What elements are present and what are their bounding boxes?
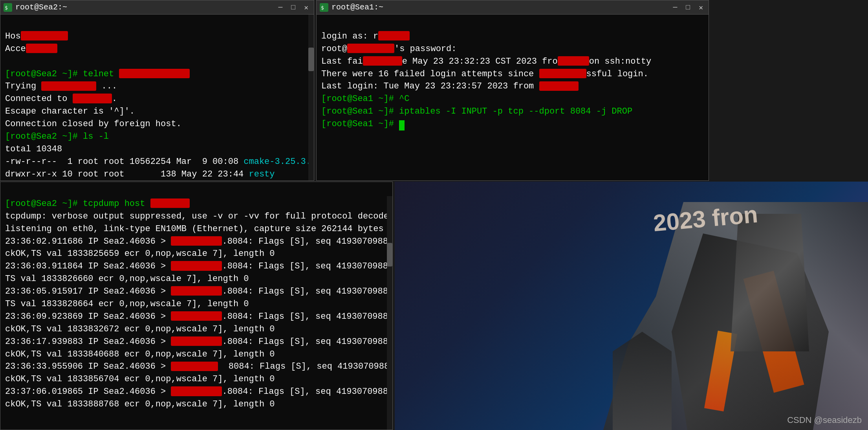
terminal-body-sea2-top[interactable]: Hos Acce [root@Sea2 ~]# telnet Trying ..… xyxy=(0,15,314,180)
titlebar-left-sea1: $ root@Sea1:~ xyxy=(320,3,383,12)
titlebar-sea1: $ root@Sea1:~ ─ □ ✕ xyxy=(317,0,709,15)
line-total: total 10348 xyxy=(5,144,62,154)
terminal-body-sea1[interactable]: login as: r root@'s password: Last faie … xyxy=(317,15,709,180)
line-pkt2b: TS val 1833826660 ecr 0,nop,wscale 7], l… xyxy=(5,274,249,284)
close-btn-sea1[interactable]: ✕ xyxy=(696,2,705,13)
mech-background: 2023 fron CSDN @seasidezb xyxy=(395,182,868,430)
line-sea1-cc: [root@Sea1 ~]# ^C xyxy=(321,94,409,104)
terminal-tcpdump[interactable]: [root@Sea2 ~]# tcpdump host tcpdump: ver… xyxy=(0,182,393,430)
minimize-btn-sea2[interactable]: ─ xyxy=(276,3,285,12)
line-pkt7b: ckOK,TS val 1833888768 ecr 0,nop,wscale … xyxy=(5,399,275,409)
titlebar-sea2-top: $ root@Sea2:~ ─ □ ✕ xyxy=(0,0,314,15)
line-closed1: Connection closed by foreign host. xyxy=(5,119,181,129)
line-pkt5: 23:36:17.939883 IP Sea2.46036 > .8084: F… xyxy=(5,337,392,347)
close-btn-sea2[interactable]: ✕ xyxy=(302,2,311,13)
line-pkt4: 23:36:09.923869 IP Sea2.46036 > .8084: F… xyxy=(5,312,392,322)
line-iptables: [root@Sea1 ~]# iptables -I INPUT -p tcp … xyxy=(321,107,632,116)
svg-text:$: $ xyxy=(321,5,324,11)
titlebar-controls-sea1: ─ □ ✕ xyxy=(671,2,705,13)
titlebar-title-sea2: root@Sea2:~ xyxy=(15,3,67,12)
titlebar-title-sea1: root@Sea1:~ xyxy=(331,3,383,12)
line-connected1: Connected to . xyxy=(5,94,117,104)
terminal-icon-sea2: $ xyxy=(4,3,12,12)
line-pkt2: 23:36:03.911864 IP Sea2.46036 > .8084: F… xyxy=(5,261,392,271)
mech-detail2 xyxy=(613,332,672,430)
line-lastlogin: Last login: Tue May 23 23:23:57 2023 fro… xyxy=(321,81,579,91)
line-failcount: There were 16 failed login attempts sinc… xyxy=(321,69,648,79)
line-pkt4b: ckOK,TS val 1833832672 ecr 0,nop,wscale … xyxy=(5,324,275,334)
line-ls: [root@Sea2 ~]# ls -l xyxy=(5,132,109,141)
titlebar-controls-sea2: ─ □ ✕ xyxy=(276,2,311,13)
line-blank xyxy=(5,57,10,66)
line-tcpdump-listen: listening on eth0, link-type EN10MB (Eth… xyxy=(5,224,384,234)
mech-detail1 xyxy=(731,214,809,351)
svg-text:$: $ xyxy=(5,5,8,11)
line-acce: Acce xyxy=(5,44,57,54)
line-password: root@'s password: xyxy=(321,44,456,54)
line-cursor-sea1: [root@Sea1 ~]# xyxy=(321,119,405,129)
line-pkt3b: TS val 1833828664 ecr 0,nop,wscale 7], l… xyxy=(5,299,249,309)
minimize-btn-sea1[interactable]: ─ xyxy=(671,3,680,12)
titlebar-left-sea2: $ root@Sea2:~ xyxy=(4,3,67,12)
line-pkt1: 23:36:02.911686 IP Sea2.46036 > .8084: F… xyxy=(5,237,392,246)
scrollbar-thumb-sea2[interactable] xyxy=(308,48,314,71)
line-resty: drwxr-xr-x 10 root root 138 May 22 23:44… xyxy=(5,169,275,179)
line-telnet1: [root@Sea2 ~]# telnet xyxy=(5,69,190,79)
maximize-btn-sea2[interactable]: □ xyxy=(289,3,298,12)
line-escape1: Escape character is '^]'. xyxy=(5,107,135,116)
line-login: login as: r xyxy=(321,31,410,41)
terminal-icon-sea1: $ xyxy=(320,3,328,12)
line-pkt6: 23:36:33.955906 IP Sea2.46036 > 8084: Fl… xyxy=(5,362,392,371)
line-host: Hos xyxy=(5,31,68,41)
image-area: 2023 fron CSDN @seasidezb xyxy=(395,182,868,430)
line-tcpdump-cmd: [root@Sea2 ~]# tcpdump host xyxy=(5,199,190,209)
line-tcpdump-verbose: tcpdump: verbose output suppressed, use … xyxy=(5,211,389,221)
line-cmake: -rw-r--r-- 1 root root 10562254 Mar 9 00… xyxy=(5,157,314,167)
line-pkt1b: ckOK,TS val 1833825659 ecr 0,nop,wscale … xyxy=(5,249,275,259)
terminal-body-tcpdump[interactable]: [root@Sea2 ~]# tcpdump host tcpdump: ver… xyxy=(0,182,392,430)
line-pkt5b: ckOK,TS val 1833840688 ecr 0,nop,wscale … xyxy=(5,349,275,359)
line-pkt7: 23:37:06.019865 IP Sea2.46036 > .8084: F… xyxy=(5,387,392,397)
scrollbar-thumb-tcpdump[interactable] xyxy=(387,243,392,266)
terminal-sea2-top[interactable]: $ root@Sea2:~ ─ □ ✕ Hos Acce [root@Sea2 … xyxy=(0,0,314,181)
csdn-watermark: CSDN @seasidezb xyxy=(787,415,862,425)
maximize-btn-sea1[interactable]: □ xyxy=(683,3,692,12)
terminal-sea1-top[interactable]: $ root@Sea1:~ ─ □ ✕ login as: r root@'s … xyxy=(316,0,709,181)
line-lastfail: Last faie May 23 23:32:23 CST 2023 froon… xyxy=(321,57,651,66)
line-pkt3: 23:36:05.915917 IP Sea2.46036 > .8084: F… xyxy=(5,287,392,296)
scrollbar-tcpdump[interactable] xyxy=(387,196,392,430)
line-pkt6b: ckOK,TS val 1833856704 ecr 0,nop,wscale … xyxy=(5,374,275,384)
scrollbar-sea2-top[interactable] xyxy=(308,15,314,180)
line-trying1: Trying ... xyxy=(5,81,117,91)
